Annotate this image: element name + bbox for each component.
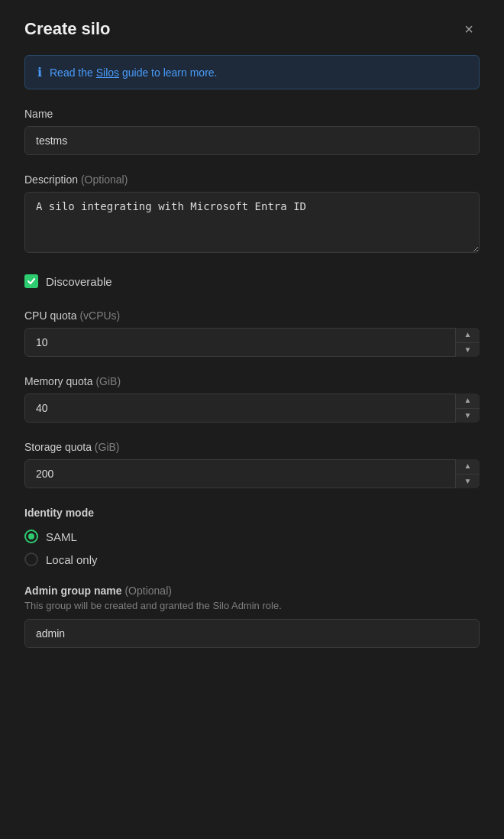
cpu-quota-decrement[interactable]: ▼ [456, 343, 480, 358]
identity-mode-section: Identity mode SAML Local only [24, 507, 480, 566]
identity-mode-label: Identity mode [24, 507, 480, 519]
info-icon: ℹ [37, 65, 42, 79]
admin-group-optional: (Optional) [124, 585, 171, 597]
name-label: Name [24, 108, 480, 120]
memory-quota-increment[interactable]: ▲ [456, 394, 480, 409]
description-input[interactable]: A silo integrating with Microsoft Entra … [24, 192, 480, 253]
saml-radio-label: SAML [46, 530, 77, 543]
discoverable-checkbox[interactable] [24, 274, 38, 288]
info-banner-text: Read the Silos guide to learn more. [50, 66, 217, 79]
admin-group-section: Admin group name (Optional) This group w… [24, 585, 480, 648]
description-optional: (Optional) [81, 173, 128, 186]
close-button[interactable]: × [458, 18, 480, 40]
silos-guide-link[interactable]: Silos [96, 66, 119, 79]
storage-quota-group: Storage quota (GiB) ▲ ▼ [24, 441, 480, 488]
memory-quota-group: Memory quota (GiB) ▲ ▼ [24, 375, 480, 423]
description-group: Description (Optional) A silo integratin… [24, 173, 480, 256]
storage-quota-input-wrapper: ▲ ▼ [24, 459, 480, 488]
name-input[interactable] [24, 126, 480, 155]
modal-title: Create silo [24, 19, 111, 39]
storage-quota-label: Storage quota (GiB) [24, 441, 480, 453]
identity-mode-saml-option[interactable]: SAML [24, 530, 480, 543]
saml-radio-inner [28, 533, 34, 539]
cpu-quota-input[interactable] [24, 328, 480, 357]
storage-quota-input[interactable] [24, 459, 480, 488]
storage-quota-spinners: ▲ ▼ [455, 459, 480, 488]
identity-mode-radio-group: SAML Local only [24, 530, 480, 566]
modal-header: Create silo × [0, 0, 504, 55]
cpu-quota-spinners: ▲ ▼ [455, 328, 480, 357]
cpu-quota-increment[interactable]: ▲ [456, 328, 480, 343]
memory-quota-spinners: ▲ ▼ [455, 394, 480, 423]
cpu-quota-unit: (vCPUs) [79, 309, 120, 322]
memory-quota-label: Memory quota (GiB) [24, 375, 480, 387]
info-banner: ℹ Read the Silos guide to learn more. [24, 55, 480, 89]
description-label: Description (Optional) [24, 173, 480, 186]
memory-quota-unit: (GiB) [95, 375, 121, 387]
storage-quota-decrement[interactable]: ▼ [456, 475, 480, 489]
storage-quota-unit: (GiB) [95, 441, 120, 453]
saml-radio-outer [24, 530, 38, 543]
memory-quota-input-wrapper: ▲ ▼ [24, 394, 480, 423]
admin-group-label: Admin group name (Optional) [24, 585, 480, 597]
storage-quota-increment[interactable]: ▲ [456, 459, 480, 475]
cpu-quota-input-wrapper: ▲ ▼ [24, 328, 480, 357]
discoverable-label: Discoverable [46, 275, 112, 288]
name-group: Name [24, 108, 480, 155]
local-radio-label: Local only [46, 553, 98, 566]
memory-quota-decrement[interactable]: ▼ [456, 409, 480, 423]
local-radio-outer [24, 552, 38, 566]
cpu-quota-group: CPU quota (vCPUs) ▲ ▼ [24, 309, 480, 357]
form-body: Name Description (Optional) A silo integ… [0, 108, 504, 672]
cpu-quota-label: CPU quota (vCPUs) [24, 309, 480, 322]
discoverable-group: Discoverable [24, 274, 480, 288]
identity-mode-local-option[interactable]: Local only [24, 552, 480, 566]
memory-quota-input[interactable] [24, 394, 480, 423]
admin-group-input[interactable] [24, 619, 480, 648]
create-silo-modal: Create silo × ℹ Read the Silos guide to … [0, 0, 504, 839]
admin-group-hint: This group will be created and granted t… [24, 600, 480, 611]
